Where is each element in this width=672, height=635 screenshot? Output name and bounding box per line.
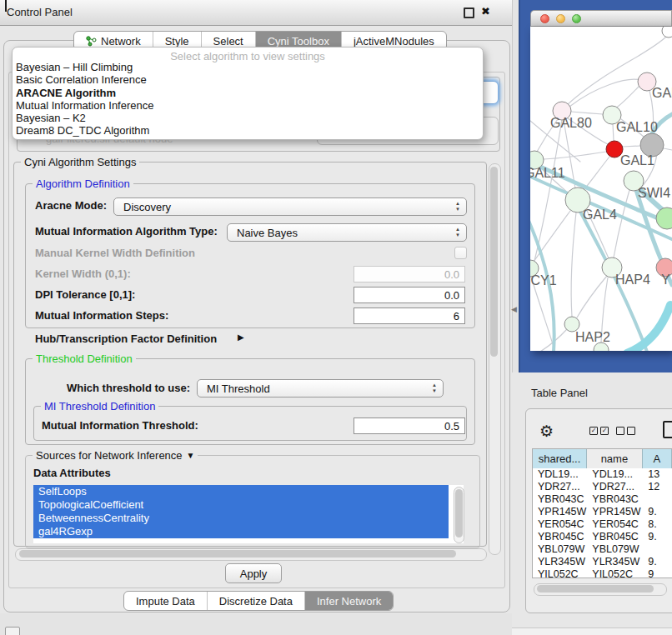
network-edge[interactable] [534,329,567,351]
table-cell: YER054C [533,518,587,531]
sources-title[interactable]: Sources for Network Inference [36,449,183,462]
aracne-mode-combo[interactable]: Discovery ▲▼ [113,198,467,216]
stepper-arrows-icon: ▲▼ [432,382,437,394]
table-cell: YPR145W [587,506,643,518]
apply-button[interactable]: Apply [225,563,282,583]
which-threshold-combo[interactable]: MI Threshold ▲▼ [197,379,444,398]
collapsed-panel-icon[interactable] [5,627,20,635]
settings-horizontal-scrollbar[interactable] [15,548,487,561]
algorithm-option[interactable]: Bayesian – K2 [16,112,479,124]
export-table-icon[interactable] [663,421,672,438]
split-divider-arrow-icon[interactable]: ◀ [511,305,517,313]
network-graph[interactable]: GALGAL80GAL10GAL1GAL11SWI4GAL4GCY1HAP4YH… [530,27,672,351]
column-header-1[interactable]: shared... [533,449,587,468]
close-traffic-light-icon[interactable] [540,14,549,23]
table-cell: YBR045C [587,531,643,543]
network-edge[interactable] [613,124,614,141]
attribute-list-item[interactable]: gal4RGexp [33,525,449,538]
table-row[interactable]: YBR043CYBR043C [533,493,672,506]
network-edge[interactable] [616,86,639,108]
network-edge[interactable] [534,211,570,262]
network-node-label: HAP2 [575,330,610,344]
zoom-traffic-light-icon[interactable] [572,14,581,23]
table-row[interactable]: YIL052CYIL052C9 [533,568,672,578]
tab-label: Infer Network [317,595,381,608]
algorithm-option[interactable]: ARACNE Algorithm [16,87,479,99]
expanded-arrow-icon[interactable]: ▼ [187,451,195,460]
network-node-label: GAL11 [530,166,565,180]
table-row[interactable]: YDL19...YDL19...13 [533,468,672,481]
network-node-label: GAL [652,86,672,100]
network-edge[interactable] [571,212,576,317]
attributes-list-scrollbar[interactable] [454,487,464,543]
table-row[interactable]: YDR27...YDR27...12 [533,481,672,493]
dpi-tolerance-field[interactable]: 0.0 [354,287,465,303]
network-node-label: GAL80 [550,116,592,130]
table-row[interactable]: YPR145WYPR145W9. [533,506,672,518]
table-row[interactable]: YER054CYER054C8. [533,518,672,531]
mi-threshold-field[interactable]: 0.5 [354,418,465,434]
table-cell: 13 [643,468,672,481]
table-cell: YDR27... [587,481,643,493]
network-edge[interactable] [571,112,603,114]
which-threshold-label: Which threshold to use: [67,382,190,394]
algorithm-option[interactable]: Bayesian – Hill Climbing [16,61,479,73]
sources-title-wrap: Sources for Network Inference ▼ [33,449,198,462]
algorithm-dropdown-popup: Select algorithm to view settings Bayesi… [12,47,484,140]
algorithm-option[interactable]: Mutual Information Inference [16,99,479,112]
network-edge[interactable] [577,276,607,318]
table-row[interactable]: YBL079WYBL079W [533,543,672,556]
mi-threshold-label: Mutual Information Threshold: [42,419,198,432]
deselect-all-icon[interactable] [616,427,635,435]
tab-label: Select [213,35,243,48]
threshold-definition-title: Threshold Definition [33,352,136,365]
tab-discretize-data[interactable]: Discretize Data [207,592,304,610]
column-header-3[interactable]: A [643,449,672,468]
network-canvas[interactable]: GALGAL80GAL10GAL1GAL11SWI4GAL4GCY1HAP4YH… [530,27,672,351]
network-edge[interactable] [664,148,672,150]
tab-label: Discretize Data [219,595,293,608]
close-icon[interactable]: ✖ [481,5,490,18]
table-header-row: shared...nameA [533,449,672,469]
settings-vertical-scrollbar[interactable] [489,163,501,555]
table-cell: 9. [643,506,672,518]
network-window-titlebar[interactable] [530,10,672,27]
network-edge[interactable] [569,79,640,107]
data-attributes-label: Data Attributes [33,467,111,479]
hub-section-label[interactable]: Hub/Transcription Factor Definition [35,332,217,345]
algorithm-option[interactable]: Basic Correlation Inference [16,73,479,86]
table-row[interactable]: YLR345WYLR345W9. [533,556,672,568]
table-cell: YER054C [587,518,643,531]
table-cell: YBL079W [587,543,643,556]
mi-type-value: Naive Bayes [237,227,298,239]
network-edge[interactable] [584,157,609,190]
tab-infer-network[interactable]: Infer Network [304,592,393,610]
table-cell [643,543,672,556]
network-node[interactable] [662,27,672,38]
kernel-width-field[interactable]: 0.0 [354,266,465,282]
network-edge[interactable] [544,152,606,159]
gear-icon[interactable]: ⚙ [539,422,554,441]
network-node-label: HAP4 [615,272,650,287]
attribute-list-item[interactable]: TopologicalCoefficient [33,498,449,512]
algorithm-option[interactable]: Dream8 DC_TDC Algorithm [16,124,479,137]
network-node[interactable] [656,208,672,229]
mi-type-label: Mutual Information Algorithm Type: [35,225,218,238]
manual-kernel-checkbox[interactable] [454,247,467,259]
network-edge[interactable] [627,305,670,351]
network-node-label: Y [661,272,670,287]
select-all-icon[interactable]: ✓✓ [589,427,609,435]
float-window-icon[interactable] [464,8,474,18]
network-edge[interactable] [623,146,640,147]
collapsed-arrow-icon[interactable]: ▶ [238,332,244,342]
mi-steps-field[interactable]: 6 [354,308,465,324]
tab-impute-data[interactable]: Impute Data [124,592,207,610]
attribute-list-item[interactable]: SelfLoops [33,485,449,498]
column-header-2[interactable]: name [587,449,643,468]
mi-type-combo[interactable]: Naive Bayes ▲▼ [227,223,467,242]
minimize-traffic-light-icon[interactable] [556,14,565,23]
attribute-list-item[interactable]: BetweennessCentrality [33,512,449,525]
table-horizontal-scrollbar[interactable] [534,583,667,596]
table-cell: YBR043C [587,493,643,506]
table-row[interactable]: YBR045CYBR045C9. [533,531,672,543]
